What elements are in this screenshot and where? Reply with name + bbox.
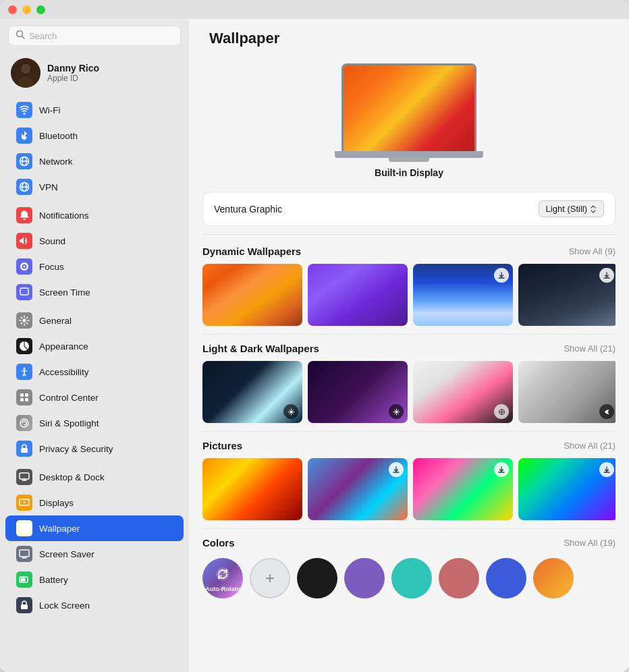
svg-rect-21: [20, 473, 29, 479]
color-swatch-purple[interactable]: [344, 558, 385, 598]
pictures-show-all[interactable]: Show All (21): [564, 441, 616, 451]
wallpaper-ld-1[interactable]: [202, 361, 302, 423]
sidebar-section-network: Wi-Fi Bluetooth Network: [0, 96, 189, 201]
svg-point-14: [24, 368, 26, 370]
sidebar-item-desktop-label: Desktop & Dock: [39, 472, 105, 482]
wallpaper-mode-selector[interactable]: Light (Still): [539, 200, 604, 217]
screentime-icon: [16, 284, 32, 300]
sound-icon: [16, 233, 32, 249]
auto-rotate-icon: [213, 565, 232, 584]
sidebar-item-appearance[interactable]: Appearance: [5, 333, 184, 359]
sidebar-item-accessibility[interactable]: Accessibility: [5, 359, 184, 385]
svg-rect-29: [21, 605, 28, 609]
download-badge: [494, 268, 509, 283]
wallpaper-ld-3[interactable]: [413, 361, 513, 423]
light-dark-section: Light & Dark Wallpapers Show All (21): [189, 335, 629, 431]
general-icon: [16, 312, 32, 329]
wallpaper-ld-2[interactable]: [308, 361, 408, 423]
sidebar-item-displays[interactable]: Displays: [5, 490, 184, 515]
user-info: Danny Rico Apple ID: [47, 63, 99, 83]
sidebar-item-network[interactable]: Network: [5, 148, 184, 174]
sidebar-item-siri[interactable]: Siri & Spotlight: [5, 410, 184, 436]
maximize-button[interactable]: [36, 5, 45, 14]
svg-rect-17: [20, 398, 24, 401]
wifi-icon: [16, 102, 32, 118]
laptop-wallpaper: [344, 65, 474, 151]
wallpaper-thumb-ventura-orange[interactable]: [202, 264, 302, 326]
dynamic-section-header: Dynamic Wallpapers Show All (9): [202, 246, 616, 257]
color-swatch-rose[interactable]: [439, 558, 479, 598]
sidebar-item-bluetooth[interactable]: Bluetooth: [5, 123, 184, 148]
colors-section: Colors Show All (19) Auto-Rotate: [189, 529, 629, 609]
colors-section-title: Colors: [202, 537, 235, 549]
auto-rotate-button[interactable]: Auto-Rotate: [202, 558, 243, 598]
avatar: [11, 58, 40, 88]
color-swatch-black[interactable]: [297, 558, 337, 598]
sidebar-item-wifi-label: Wi-Fi: [39, 105, 60, 115]
search-input[interactable]: [29, 31, 173, 41]
color-swatch-teal[interactable]: [391, 558, 432, 598]
focus-icon: [16, 258, 32, 275]
wallpaper-pic-4[interactable]: [518, 458, 616, 520]
wallpaper-thumb-ventura-purple[interactable]: [308, 264, 408, 326]
sidebar-item-network-label: Network: [39, 157, 73, 167]
color-swatch-orange-partial[interactable]: [533, 558, 574, 598]
color-swatch-blue[interactable]: [486, 558, 526, 598]
sidebar-item-wallpaper[interactable]: Wallpaper: [5, 515, 184, 541]
light-dark-section-header: Light & Dark Wallpapers Show All (21): [202, 343, 616, 354]
laptop-base: [335, 151, 483, 158]
wallpaper-pic-2[interactable]: [308, 458, 408, 520]
sidebar-item-screentime-label: Screen Time: [39, 287, 90, 298]
svg-rect-16: [25, 393, 28, 397]
notifications-icon: [16, 207, 32, 223]
svg-point-12: [23, 319, 26, 323]
sidebar-item-wifi[interactable]: Wi-Fi: [5, 97, 184, 123]
sidebar-item-focus[interactable]: Focus: [5, 254, 184, 279]
svg-point-30: [290, 410, 292, 413]
main-divider: [202, 234, 616, 235]
wallpaper-icon: [16, 520, 32, 536]
appearance-icon: [16, 338, 32, 354]
pictures-section-title: Pictures: [202, 440, 242, 451]
mode-badge-4: [599, 404, 614, 419]
light-dark-show-all[interactable]: Show All (21): [564, 343, 616, 354]
svg-rect-15: [20, 393, 24, 397]
wallpaper-pic-3[interactable]: [413, 458, 513, 520]
sidebar-item-general[interactable]: General: [5, 308, 184, 333]
download-badge-pic-2: [389, 462, 404, 477]
add-color-button[interactable]: +: [250, 558, 290, 598]
sidebar-section-hardware: Desktop & Dock Displays Wallpaper: [0, 463, 189, 619]
minimize-button[interactable]: [22, 5, 31, 14]
colors-show-all[interactable]: Show All (19): [564, 538, 616, 548]
svg-point-25: [21, 525, 23, 527]
svg-line-1: [22, 36, 25, 39]
sidebar-item-desktop[interactable]: Desktop & Dock: [5, 464, 184, 490]
sidebar-item-sound[interactable]: Sound: [5, 228, 184, 254]
svg-rect-20: [21, 448, 28, 453]
desktop-icon: [16, 469, 32, 485]
wallpaper-pic-1[interactable]: [202, 458, 302, 520]
wallpaper-thumb-catalina-1[interactable]: [413, 264, 513, 326]
avatar-face: [11, 58, 40, 88]
sidebar-item-appearance-label: Appearance: [39, 341, 88, 352]
sidebar-item-screensaver[interactable]: Screen Saver: [5, 541, 184, 567]
sidebar-item-screentime[interactable]: Screen Time: [5, 279, 184, 305]
wallpaper-thumb-catalina-2[interactable]: [518, 264, 616, 326]
accessibility-icon: [16, 364, 32, 380]
sidebar-item-lockscreen[interactable]: Lock Screen: [5, 592, 184, 618]
svg-rect-18: [25, 398, 28, 401]
sidebar-item-battery[interactable]: Battery: [5, 567, 184, 592]
colors-section-header: Colors Show All (19): [202, 537, 616, 549]
mode-badge-2: [389, 404, 404, 419]
sidebar-item-privacy[interactable]: Privacy & Security: [5, 436, 184, 461]
sidebar-item-vpn[interactable]: VPN: [5, 174, 184, 200]
sidebar-item-siri-label: Siri & Spotlight: [39, 418, 99, 428]
user-profile[interactable]: Danny Rico Apple ID: [0, 53, 189, 96]
wallpaper-ld-4[interactable]: [518, 361, 616, 423]
sidebar-item-controlcenter-label: Control Center: [39, 393, 99, 403]
sidebar-item-controlcenter[interactable]: Control Center: [5, 385, 184, 410]
dynamic-show-all[interactable]: Show All (9): [569, 246, 616, 256]
sidebar-item-notifications[interactable]: Notifications: [5, 202, 184, 228]
close-button[interactable]: [8, 5, 17, 14]
mode-badge-3: [494, 404, 509, 419]
